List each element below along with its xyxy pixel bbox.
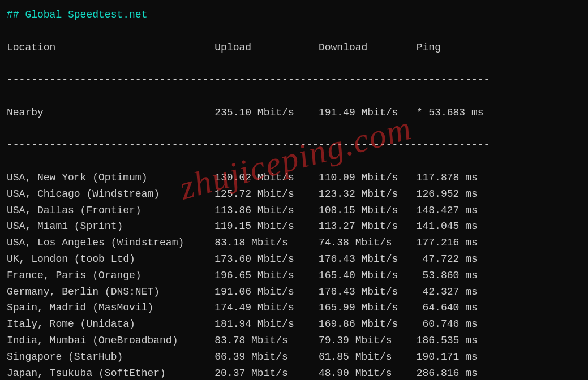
col-ping: Ping (417, 42, 441, 53)
table-row: Singapore (StarHub) 66.39 Mbit/s 61.85 M… (7, 349, 581, 365)
table-row: Italy, Rome (Unidata) 181.94 Mbit/s 169.… (7, 316, 581, 332)
table-row: Germany, Berlin (DNS:NET) 191.06 Mbit/s … (7, 284, 581, 300)
table-row: USA, New York (Optimum) 130.02 Mbit/s 11… (7, 170, 581, 186)
col-download: Download (319, 42, 367, 53)
nearby-row: Nearby 235.10 Mbit/s 191.49 Mbit/s * 53.… (7, 105, 581, 121)
table-row: USA, Miami (Sprint) 119.15 Mbit/s 113.27… (7, 218, 581, 235)
table-row: France, Paris (Orange) 196.65 Mbit/s 165… (7, 267, 581, 284)
speedtest-table: Location Upload Download Ping ----------… (7, 23, 581, 380)
divider: ----------------------------------------… (7, 137, 581, 153)
table-row: Japan, Tsukuba (SoftEther) 20.37 Mbit/s … (7, 365, 581, 380)
table-row: USA, Chicago (Windstream) 125.72 Mbit/s … (7, 186, 581, 202)
table-row: Spain, Madrid (MasMovil) 174.49 Mbit/s 1… (7, 300, 581, 316)
divider: ----------------------------------------… (7, 72, 581, 88)
table-row: India, Mumbai (OneBroadband) 83.78 Mbit/… (7, 332, 581, 349)
col-location: Location (7, 42, 55, 53)
table-header-row: Location Upload Download Ping (7, 40, 581, 56)
table-row: UK, London (toob Ltd) 173.60 Mbit/s 176.… (7, 251, 581, 267)
table-row: USA, Dallas (Frontier) 113.86 Mbit/s 108… (7, 202, 581, 219)
table-row: USA, Los Angeles (Windstream) 83.18 Mbit… (7, 235, 581, 251)
col-upload: Upload (214, 42, 251, 53)
section-title: ## Global Speedtest.net (7, 7, 581, 23)
